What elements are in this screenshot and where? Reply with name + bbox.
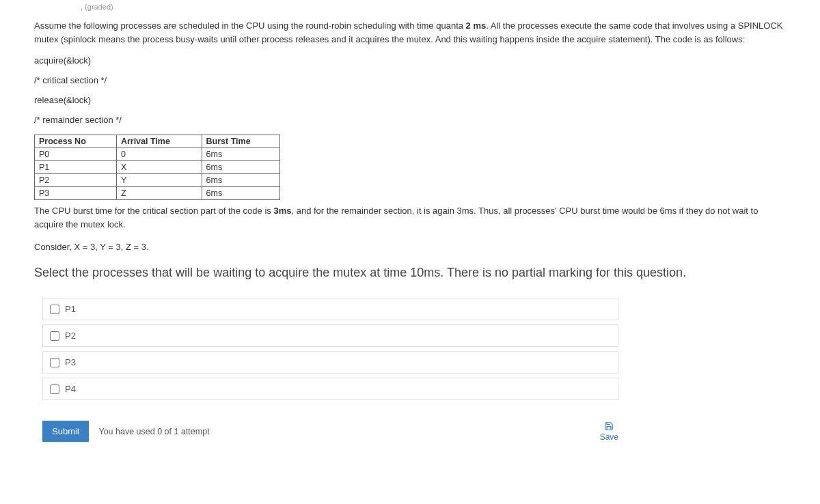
option-p1[interactable]: P1 xyxy=(42,298,618,320)
cell: X xyxy=(116,161,202,174)
table-row: P0 0 6ms xyxy=(35,148,280,161)
cell: 6ms xyxy=(202,161,279,174)
footer-left: Submit You have used 0 of 1 attempt xyxy=(42,421,210,442)
footer-row: Submit You have used 0 of 1 attempt Save xyxy=(42,421,618,442)
header-process: Process No xyxy=(35,135,117,148)
label-p4: P4 xyxy=(65,384,76,394)
option-p2[interactable]: P2 xyxy=(42,324,618,347)
process-table: Process No Arrival Time Burst Time P0 0 … xyxy=(34,135,280,200)
cell: P2 xyxy=(35,174,117,187)
prompt-text-a: Assume the following processes are sched… xyxy=(34,20,466,31)
option-p4[interactable]: P4 xyxy=(42,378,618,400)
code-remainder: /* remainder section */ xyxy=(34,115,786,125)
cell: 6ms xyxy=(202,174,279,187)
cell: P0 xyxy=(35,148,117,161)
consider-values: Consider, X = 3, Y = 3, Z = 3. xyxy=(34,242,786,252)
question-content: Assume the following processes are sched… xyxy=(0,11,820,456)
save-icon xyxy=(604,421,614,431)
cell: 6ms xyxy=(202,187,279,200)
table-row: P1 X 6ms xyxy=(35,161,280,174)
attempts-text: You have used 0 of 1 attempt xyxy=(98,427,209,436)
checkbox-p1[interactable] xyxy=(50,305,59,314)
burst-explanation: The CPU burst time for the critical sect… xyxy=(34,204,786,231)
code-critical: /* critical section */ xyxy=(34,75,786,85)
checkbox-group: P1 P2 P3 P4 xyxy=(34,298,786,400)
checkbox-p2[interactable] xyxy=(50,331,59,341)
header-arrival: Arrival Time xyxy=(116,135,202,148)
cell: P1 xyxy=(35,161,117,174)
label-p3: P3 xyxy=(65,357,76,367)
submit-button[interactable]: Submit xyxy=(42,421,89,442)
table-row: P3 Z 6ms xyxy=(35,187,280,200)
cell: Z xyxy=(116,187,202,200)
prompt-paragraph: Assume the following processes are sched… xyxy=(34,19,786,46)
burst-text-a: The CPU burst time for the critical sect… xyxy=(34,206,273,216)
save-label: Save xyxy=(600,432,618,442)
cell: P3 xyxy=(35,187,117,200)
burst-bold: 3ms xyxy=(273,206,291,216)
code-acquire: acquire(&lock) xyxy=(34,55,786,66)
save-button[interactable]: Save xyxy=(600,421,618,442)
cell: 6ms xyxy=(202,148,279,161)
graded-label: , (graded) xyxy=(81,3,820,11)
checkbox-p4[interactable] xyxy=(50,384,59,394)
code-release: release(&lock) xyxy=(34,95,786,105)
label-p2: P2 xyxy=(65,331,76,341)
table-header-row: Process No Arrival Time Burst Time xyxy=(35,135,280,148)
cell: 0 xyxy=(116,148,202,161)
table-row: P2 Y 6ms xyxy=(35,174,280,187)
question-text: Select the processes that will be waitin… xyxy=(34,264,786,281)
option-p3[interactable]: P3 xyxy=(42,351,618,374)
checkbox-p3[interactable] xyxy=(50,358,59,367)
prompt-quanta-bold: 2 ms xyxy=(466,20,487,31)
header-burst: Burst Time xyxy=(202,135,279,148)
label-p1: P1 xyxy=(65,304,76,314)
cell: Y xyxy=(116,174,202,187)
